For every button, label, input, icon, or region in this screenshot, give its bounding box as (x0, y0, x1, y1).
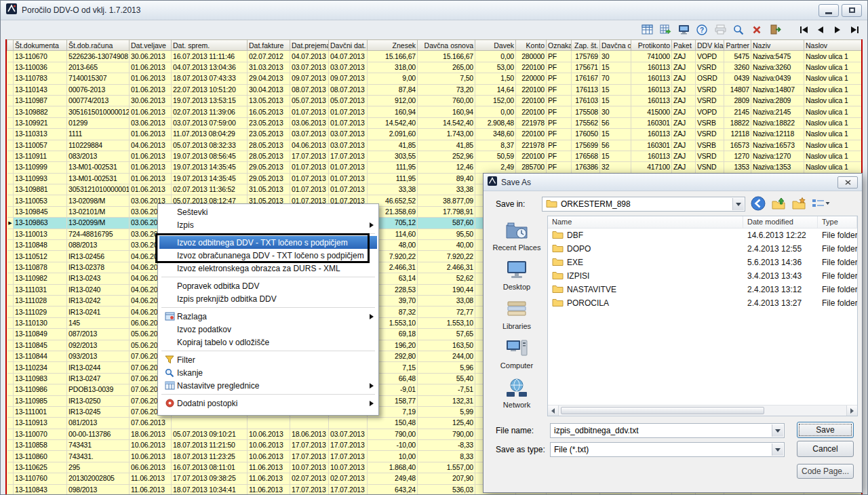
cell[interactable]: 28.05.2013 (248, 151, 290, 161)
cell[interactable]: 01.06.2013 (130, 129, 172, 140)
cell[interactable]: 29.05.2013 (248, 162, 290, 173)
cell[interactable]: Naziva:1353 (751, 162, 804, 173)
cell[interactable]: 11.06.2013 (130, 473, 172, 484)
horizontal-scrollbar[interactable] (548, 405, 857, 416)
cell[interactable]: 13-110013 (14, 229, 67, 239)
cell[interactable]: 02.07.2013 11:36:52 (172, 184, 248, 195)
row-marker[interactable] (7, 451, 14, 462)
row-marker[interactable] (7, 273, 14, 284)
cell[interactable]: 41,85 (368, 140, 418, 151)
row-marker[interactable] (7, 418, 14, 429)
cell[interactable]: 40,00 (418, 240, 475, 251)
cell[interactable]: 0439 (724, 73, 751, 84)
cell[interactable]: 176167 (572, 73, 600, 84)
cell[interactable]: 15 (600, 151, 631, 161)
cell[interactable]: 06.06.2013 (130, 462, 172, 473)
dropdown-arrow-icon[interactable] (732, 198, 744, 210)
cell[interactable]: 03.07.2013 (329, 429, 368, 439)
row-marker[interactable] (7, 95, 14, 106)
row-marker[interactable] (7, 251, 14, 262)
close-icon[interactable] (837, 176, 858, 189)
cell[interactable]: PF (547, 62, 572, 73)
cell[interactable] (248, 418, 290, 429)
cell[interactable]: 28.05.2013 (248, 140, 290, 151)
cell[interactable]: 13-110845 (14, 340, 67, 351)
cell[interactable]: 295 (67, 462, 130, 473)
row-marker[interactable] (7, 306, 14, 317)
cell[interactable]: 01.06.2013 (130, 73, 172, 84)
first-record-icon[interactable] (796, 22, 811, 37)
cell[interactable]: 160113 (631, 84, 672, 95)
table-row[interactable]: 13-110987000774/201330.06.201319.07.2013… (7, 95, 862, 106)
list-item[interactable]: DBF14.6.2013 12:22File folder (548, 229, 857, 242)
row-marker[interactable] (7, 406, 14, 417)
cell[interactable]: 13-110999 (14, 162, 67, 173)
cell[interactable]: 220100 (516, 84, 547, 95)
cell[interactable]: 07.06.2013 (130, 418, 172, 429)
cell[interactable]: 1.868,40 (368, 462, 418, 473)
cell[interactable]: IR13-0250 (67, 395, 130, 406)
cell[interactable]: 417100 (631, 162, 672, 173)
cell[interactable]: VSRD (696, 129, 724, 140)
cell[interactable]: 265,00 (418, 62, 475, 73)
cell[interactable]: 03.06.2013 (130, 117, 172, 128)
list-item[interactable]: NASTAVITVE2.4.2013 13:12File folder (548, 283, 857, 296)
cell[interactable]: 13-110987 (14, 95, 67, 106)
cell[interactable]: 16.07.2013 11:11:46 (172, 51, 248, 62)
cell[interactable]: 1,50 (475, 73, 516, 84)
row-marker[interactable] (7, 373, 14, 384)
cell[interactable]: 790,00 (368, 429, 418, 439)
cell[interactable]: Naslov ulica 1 (804, 106, 862, 117)
table-row[interactable]: 13-11014300076-201301.06.201322.07.2013 … (7, 84, 862, 95)
cell[interactable]: 22.07.2013 10:51:20 (172, 84, 248, 95)
table-row[interactable]: 13-1098823051615010000012201.06.201302.0… (7, 106, 862, 117)
cell[interactable]: 13-109863 (14, 218, 67, 229)
list-item[interactable]: IZPISI3.4.2013 13:43File folder (548, 269, 857, 283)
cell[interactable]: PF (547, 73, 572, 84)
cell[interactable]: 318,00 (368, 62, 418, 73)
cell[interactable]: 1.557,00 (418, 462, 475, 473)
cell[interactable]: 13-M01-002531 (67, 173, 130, 184)
cell[interactable]: 13-109882 (14, 106, 67, 117)
cell[interactable]: ZAJ (672, 73, 696, 84)
cell[interactable]: 33,08 (418, 295, 475, 306)
cell[interactable]: 30.06.2013 (130, 51, 172, 62)
cell[interactable]: 31.03.2013 (248, 62, 290, 73)
menu-item[interactable]: Iskanje (159, 366, 377, 379)
cell[interactable]: Naziva:3260 (751, 62, 804, 73)
cell[interactable]: 285700 (516, 162, 547, 173)
cell[interactable]: 13.05.2013 (248, 95, 290, 106)
cell[interactable]: 13-111001 (14, 406, 67, 417)
cell[interactable]: ZAJ (672, 129, 696, 140)
cell[interactable]: 13-02099/M (67, 218, 130, 229)
cell[interactable]: 2809 (724, 95, 751, 106)
row-marker[interactable] (7, 284, 14, 295)
scrollbar-thumb[interactable] (561, 407, 764, 414)
cell[interactable]: 00076-2013 (67, 84, 130, 95)
row-marker[interactable] (7, 351, 14, 361)
cell[interactable]: 7140015307 (67, 73, 130, 84)
cell[interactable]: 201302002805 (67, 473, 130, 484)
row-marker[interactable] (7, 62, 14, 73)
cell[interactable]: 13-110670 (14, 51, 67, 62)
cell[interactable]: 12,46 (418, 162, 475, 173)
menu-item[interactable]: Izvoz odbitnega DDV - TXT ločeno s podpi… (159, 236, 377, 249)
file-name-input[interactable] (554, 426, 757, 435)
cell[interactable]: 13-110848 (14, 240, 67, 251)
cell[interactable]: 092/2013 (67, 340, 130, 351)
cell[interactable]: PDOB13-0039 (67, 384, 130, 395)
cell[interactable]: 145 (67, 317, 130, 328)
cell[interactable]: IR13-0240 (67, 284, 130, 295)
cell[interactable]: 17.07.2013 (329, 151, 368, 161)
cell[interactable]: 348,60 (475, 129, 516, 140)
cell[interactable]: 587,60 (418, 218, 475, 229)
list-item[interactable]: DOPO2.4.2013 12:55File folder (548, 242, 857, 256)
cell[interactable]: 01.06.2013 (130, 184, 172, 195)
table-row[interactable]: 13-11099913-M01-00253101.06.201319.07.20… (7, 162, 862, 173)
cell[interactable]: 150,48 (368, 418, 418, 429)
table-row[interactable]: 13-1100362013-66501.06.201304.07.2013 13… (7, 62, 862, 73)
cell[interactable]: 244,00 (418, 351, 475, 361)
restore-button[interactable] (842, 4, 862, 17)
cell[interactable]: 02.07.2013 (290, 473, 329, 484)
cell[interactable]: 207,90 (418, 473, 475, 484)
